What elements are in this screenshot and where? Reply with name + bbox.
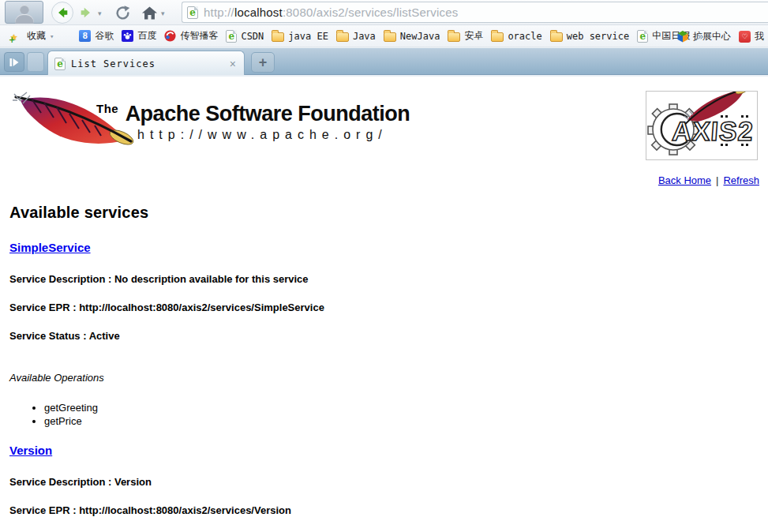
bookmark-label: 传智播客	[180, 29, 218, 43]
forward-button[interactable]	[76, 2, 96, 24]
service-status: Service Status : Active	[9, 330, 768, 342]
forward-dropdown-caret[interactable]: ▾	[98, 9, 102, 17]
folder-icon	[448, 32, 460, 42]
wish-button[interactable]: ♡ 我	[735, 28, 768, 46]
bookmark-label: 百度	[137, 29, 156, 43]
available-services-heading: Available services	[9, 204, 768, 222]
bookmark-label: NewJava	[400, 31, 440, 42]
service-epr: Service EPR : http://localhost:8080/axis…	[9, 302, 768, 313]
bookmark-google[interactable]: 8 谷歌	[75, 27, 118, 45]
csdn-page-icon: e	[226, 30, 237, 43]
tab-strip: e List Services × +	[0, 47, 768, 75]
heart-icon: ♡	[739, 31, 751, 43]
available-operations-label: Available Operations	[9, 372, 768, 384]
bookmark-label: 谷歌	[95, 29, 114, 43]
axis2-logo-icon: AXIS2	[646, 92, 757, 159]
star-plus-glyph: +	[9, 36, 15, 44]
tab-list-button[interactable]	[27, 52, 44, 72]
back-button[interactable]	[51, 2, 73, 24]
operation-item: getGreeting	[44, 401, 768, 414]
bookmark-chuanzhi[interactable]: 传智播客	[160, 27, 222, 45]
refresh-link[interactable]: Refresh	[723, 174, 759, 186]
back-arrow-icon	[55, 6, 69, 20]
url-path: :8080/axis2/services/listServices	[283, 6, 459, 19]
chuanzhi-icon	[164, 30, 176, 42]
axis2-logo: AXIS2	[646, 91, 758, 160]
header-nav: Back Home|Refresh	[658, 174, 759, 186]
bookmark-folder-oracle[interactable]: oracle	[487, 28, 545, 44]
bookmark-csdn[interactable]: e CSDN	[222, 28, 268, 45]
tab-list-services[interactable]: e List Services ×	[47, 51, 245, 76]
bookmark-folder-android[interactable]: 安卓	[444, 27, 487, 45]
wish-label: 我	[755, 30, 764, 43]
nav-separator: |	[716, 174, 718, 186]
bookmark-label: java EE	[288, 31, 328, 42]
favorites-label: 收藏	[27, 29, 46, 43]
url-text[interactable]: http://localhost:8080/axis2/services/lis…	[204, 6, 458, 19]
bookmark-label: CSDN	[241, 31, 264, 42]
back-home-link[interactable]: Back Home	[658, 174, 711, 186]
google-icon: 8	[79, 30, 91, 42]
favorites-star-icon: ★ +	[10, 30, 23, 43]
apache-wordmark: The Apache Software Foundation http://ww…	[96, 102, 410, 142]
sidebar-pin-button[interactable]	[4, 52, 24, 72]
service-link-simpleservice[interactable]: SimpleService	[9, 241, 91, 254]
avatar-icon	[15, 14, 34, 24]
extension-cube-icon	[676, 30, 689, 43]
new-tab-button[interactable]: +	[251, 52, 275, 73]
pin-arrow-icon	[9, 57, 20, 68]
page-fold-icon	[194, 6, 198, 10]
home-button[interactable]	[139, 2, 159, 24]
extension-center-button[interactable]: 扩展中心	[672, 28, 735, 46]
operations-list: getGreeting getPrice	[0, 401, 768, 428]
favorites-menu[interactable]: ★ + 收藏 ▾	[6, 27, 58, 45]
avatar-icon	[20, 5, 29, 14]
page-header: The Apache Software Foundation http://ww…	[0, 77, 768, 187]
bookmark-label: 安卓	[464, 29, 483, 43]
folder-icon	[384, 32, 396, 42]
tab-favicon-icon: e	[54, 58, 66, 70]
url-host: localhost	[234, 6, 283, 19]
service-link-version[interactable]: Version	[9, 444, 52, 457]
browser-toolbar: ▾ ▾ e http://localhost:8080/axis2/servic…	[0, 0, 768, 25]
folder-icon	[272, 32, 284, 42]
operation-item: getPrice	[44, 414, 768, 428]
bookmark-baidu[interactable]: 百度	[118, 27, 160, 45]
apache-url: http://www.apache.org/	[137, 128, 410, 142]
favorites-caret-icon: ▾	[50, 32, 54, 40]
chinadaily-page-icon: e	[637, 30, 648, 43]
service-description: Service Description : Version	[9, 476, 768, 488]
page-favicon-icon: e	[187, 6, 198, 19]
bookmark-label: web service	[567, 31, 629, 42]
svg-text:AXIS2: AXIS2	[671, 116, 755, 146]
folder-icon	[336, 32, 349, 42]
home-dropdown-caret[interactable]: ▾	[161, 9, 165, 17]
folder-icon	[491, 32, 504, 42]
refresh-icon	[114, 5, 131, 21]
tab-close-button[interactable]: ×	[228, 58, 238, 69]
folder-icon	[550, 32, 563, 42]
tab-title: List Services	[71, 58, 223, 69]
bookmark-label: Java	[353, 31, 376, 42]
home-icon	[141, 6, 158, 21]
bookmark-label: oracle	[508, 31, 541, 42]
apache-the-label: The	[96, 102, 118, 115]
address-bar[interactable]: e http://localhost:8080/axis2/services/l…	[182, 2, 768, 23]
extension-center-label: 扩展中心	[693, 30, 731, 43]
bookmark-folder-webservice[interactable]: web service	[546, 28, 633, 44]
service-epr: Service EPR : http://localhost:8080/axis…	[9, 504, 768, 516]
refresh-button[interactable]	[112, 2, 133, 24]
baidu-paw-icon	[122, 30, 133, 42]
bookmark-folder-javaee[interactable]: java EE	[268, 28, 332, 44]
bookmarks-bar: ★ + 收藏 ▾ 8 谷歌 百度 传智播客 e CSDN	[0, 25, 768, 47]
apache-title: Apache Software Foundation	[126, 102, 410, 126]
forward-arrow-icon	[79, 6, 93, 20]
user-avatar[interactable]	[5, 1, 43, 24]
url-scheme: http://	[204, 6, 234, 19]
bookmark-folder-newjava[interactable]: NewJava	[380, 28, 444, 44]
bookmark-folder-java[interactable]: Java	[332, 28, 380, 44]
page-content: The Apache Software Foundation http://ww…	[0, 77, 768, 532]
service-description: Service Description : No description ava…	[9, 273, 768, 285]
